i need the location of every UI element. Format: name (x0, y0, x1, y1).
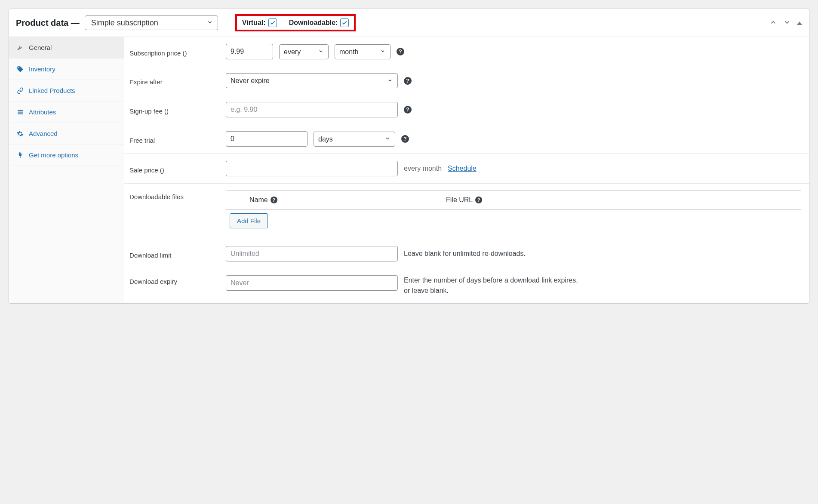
signup-fee-input[interactable] (226, 102, 398, 117)
download-limit-input[interactable] (226, 246, 398, 261)
download-expiry-label: Download expiry (129, 275, 220, 285)
sidebar-item-attributes[interactable]: Attributes (9, 101, 124, 123)
sidebar: General Inventory Linked Products Attrib… (9, 37, 124, 303)
plug-icon (17, 152, 24, 159)
move-down-icon[interactable] (783, 18, 791, 28)
subscription-period-select[interactable]: month (335, 44, 391, 59)
sidebar-item-general[interactable]: General (9, 37, 124, 58)
help-icon[interactable]: ? (401, 135, 409, 143)
sidebar-item-label: Advanced (29, 130, 58, 137)
signup-fee-label: Sign-up fee () (129, 105, 220, 115)
gear-icon (17, 130, 24, 137)
sidebar-item-label: General (29, 44, 52, 51)
sidebar-item-get-more-options[interactable]: Get more options (9, 144, 124, 166)
help-icon[interactable]: ? (397, 48, 404, 55)
downloadable-label: Downloadable: (289, 19, 338, 27)
col-file-url: File URL ? (446, 196, 795, 204)
sidebar-item-label: Linked Products (29, 87, 75, 94)
sale-price-input[interactable] (226, 161, 398, 176)
downloadable-files-table: Name ? File URL ? Add File (226, 191, 801, 232)
download-expiry-hint: Enter the number of days before a downlo… (404, 275, 584, 296)
free-trial-label: Free trial (129, 134, 220, 144)
virtual-checkbox[interactable] (268, 18, 277, 27)
download-limit-label: Download limit (129, 249, 220, 259)
wrench-icon (17, 44, 24, 51)
tag-icon (17, 66, 24, 73)
schedule-link[interactable]: Schedule (448, 165, 477, 172)
free-trial-input[interactable] (226, 131, 308, 147)
panel-header: Product data — Simple subscription Virtu… (9, 9, 809, 37)
content: Subscription price () every month ? (124, 37, 809, 303)
product-data-panel: Product data — Simple subscription Virtu… (9, 9, 809, 304)
sidebar-item-inventory[interactable]: Inventory (9, 58, 124, 80)
svg-rect-1 (18, 111, 23, 112)
expire-after-select[interactable]: Never expire (226, 73, 398, 88)
subscription-price-label: Subscription price () (129, 47, 220, 57)
free-trial-unit-select[interactable]: days (314, 132, 395, 147)
downloadable-checkbox-group[interactable]: Downloadable: (289, 18, 349, 27)
sale-price-label: Sale price () (129, 164, 220, 174)
help-icon[interactable]: ? (404, 106, 412, 114)
collapse-toggle-icon[interactable] (797, 19, 802, 26)
link-icon (17, 87, 24, 94)
sidebar-item-linked-products[interactable]: Linked Products (9, 80, 124, 101)
svg-rect-0 (18, 110, 23, 111)
help-icon[interactable]: ? (475, 197, 482, 203)
add-file-button[interactable]: Add File (230, 213, 268, 228)
list-icon (17, 109, 24, 116)
expire-after-label: Expire after (129, 76, 220, 86)
help-icon[interactable]: ? (271, 197, 277, 203)
virtual-checkbox-group[interactable]: Virtual: (242, 18, 277, 27)
downloadable-files-label: Downloadable files (129, 191, 220, 200)
panel-header-tools (769, 18, 802, 28)
download-expiry-input[interactable] (226, 275, 398, 291)
product-type-select[interactable]: Simple subscription (85, 15, 218, 30)
downloadable-checkbox[interactable] (340, 18, 349, 27)
help-icon[interactable]: ? (404, 77, 412, 85)
subscription-price-input[interactable] (226, 44, 273, 59)
highlight-box: Virtual: Downloadable: (235, 14, 356, 31)
virtual-label: Virtual: (242, 19, 266, 27)
subscription-every-select[interactable]: every (279, 44, 329, 59)
move-up-icon[interactable] (769, 18, 777, 28)
sidebar-item-label: Inventory (29, 65, 55, 73)
panel-body: General Inventory Linked Products Attrib… (9, 37, 809, 303)
download-limit-hint: Leave blank for unlimited re-downloads. (404, 249, 526, 259)
sidebar-item-label: Get more options (29, 151, 78, 159)
sale-price-suffix: every month (404, 165, 442, 172)
sidebar-item-label: Attributes (29, 108, 56, 116)
sidebar-item-advanced[interactable]: Advanced (9, 123, 124, 144)
panel-title: Product data — (16, 18, 80, 28)
col-name: Name ? (232, 196, 446, 204)
svg-rect-2 (18, 113, 23, 114)
